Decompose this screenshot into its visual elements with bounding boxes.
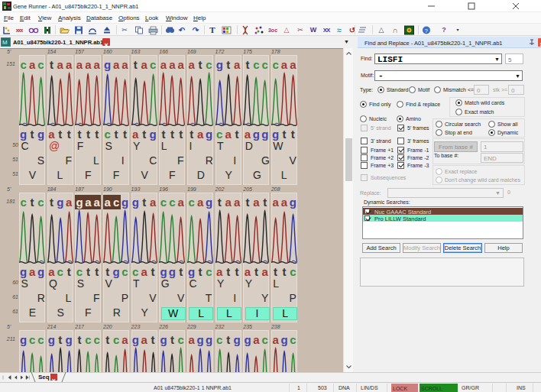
svg-text:M: M bbox=[2, 39, 8, 46]
svg-text:?: ? bbox=[425, 28, 429, 34]
